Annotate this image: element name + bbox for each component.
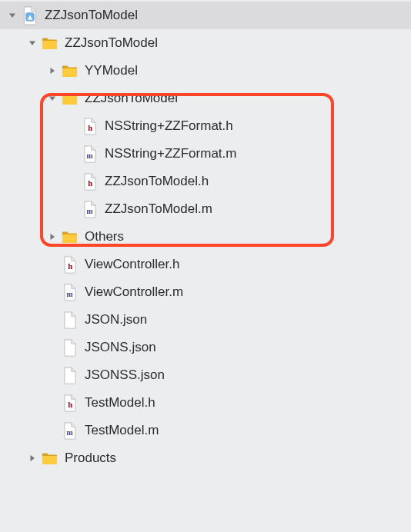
tree-item-label: TestModel.m: [85, 423, 411, 438]
header-file-icon: [62, 254, 78, 274]
tree-item-label: ViewController.m: [85, 284, 411, 300]
tree-item-label: YYModel: [85, 63, 411, 78]
tree-item-label: TestModel.h: [85, 395, 411, 411]
folder-icon: [42, 33, 58, 53]
implementation-file-icon: [82, 144, 98, 164]
tree-item-file[interactable]: ViewController.h: [0, 251, 411, 278]
implementation-file-icon: [82, 199, 98, 219]
header-file-icon: [62, 393, 78, 413]
tree-item-file[interactable]: ZZJsonToModel.m: [0, 195, 411, 223]
tree-item-label: NSString+ZZFormat.h: [105, 118, 411, 134]
tree-item-label: Others: [85, 229, 411, 244]
disclosure-triangle-icon[interactable]: [8, 11, 17, 20]
disclosure-triangle-icon[interactable]: [28, 454, 37, 463]
project-navigator-tree: ZZJsonToModel ZZJsonToModel YYModel ZZJs…: [0, 0, 411, 472]
tree-item-group-products[interactable]: Products: [0, 444, 411, 472]
disclosure-triangle-icon[interactable]: [48, 66, 57, 75]
tree-item-label: Products: [65, 451, 411, 466]
tree-item-label: ZZJsonToModel.h: [105, 174, 411, 189]
tree-item-group-others[interactable]: Others: [0, 223, 411, 251]
implementation-file-icon: [62, 282, 78, 302]
disclosure-triangle-icon[interactable]: [48, 94, 57, 103]
folder-icon: [62, 227, 78, 247]
disclosure-triangle-icon[interactable]: [48, 232, 57, 241]
header-file-icon: [82, 171, 98, 191]
tree-item-file[interactable]: ViewController.m: [0, 278, 411, 306]
tree-item-label: JSONSS.json: [85, 367, 411, 383]
xcode-project-icon: [22, 5, 38, 25]
tree-item-label: ViewController.h: [85, 257, 411, 272]
folder-icon: [42, 448, 58, 468]
tree-item-label: JSON.json: [85, 312, 411, 328]
tree-item-file[interactable]: JSONSS.json: [0, 361, 411, 389]
tree-item-file[interactable]: TestModel.h: [0, 389, 411, 417]
generic-file-icon: [62, 337, 78, 357]
generic-file-icon: [62, 365, 78, 385]
tree-item-file[interactable]: NSString+ZZFormat.m: [0, 140, 411, 168]
tree-item-group-yymodel[interactable]: YYModel: [0, 57, 411, 85]
disclosure-triangle-icon[interactable]: [28, 38, 37, 48]
tree-item-label: ZZJsonToModel.m: [105, 201, 411, 217]
tree-item-file[interactable]: JSONS.json: [0, 334, 411, 361]
tree-item-file[interactable]: TestModel.m: [0, 417, 411, 444]
header-file-icon: [82, 116, 98, 136]
tree-item-file[interactable]: JSON.json: [0, 306, 411, 334]
tree-item-label: ZZJsonToModel: [85, 91, 411, 106]
tree-item-group-zzjson[interactable]: ZZJsonToModel: [0, 85, 411, 112]
tree-item-label: NSString+ZZFormat.m: [105, 146, 411, 161]
tree-item-project-root[interactable]: ZZJsonToModel: [0, 2, 411, 29]
generic-file-icon: [62, 310, 78, 330]
implementation-file-icon: [62, 421, 78, 441]
tree-item-label: ZZJsonToModel: [65, 35, 411, 51]
tree-item-group[interactable]: ZZJsonToModel: [0, 29, 411, 57]
tree-item-label: ZZJsonToModel: [45, 8, 411, 23]
tree-item-label: JSONS.json: [85, 340, 411, 355]
folder-icon: [62, 61, 78, 81]
tree-item-file[interactable]: ZZJsonToModel.h: [0, 168, 411, 195]
tree-item-file[interactable]: NSString+ZZFormat.h: [0, 112, 411, 140]
folder-icon: [62, 88, 78, 108]
